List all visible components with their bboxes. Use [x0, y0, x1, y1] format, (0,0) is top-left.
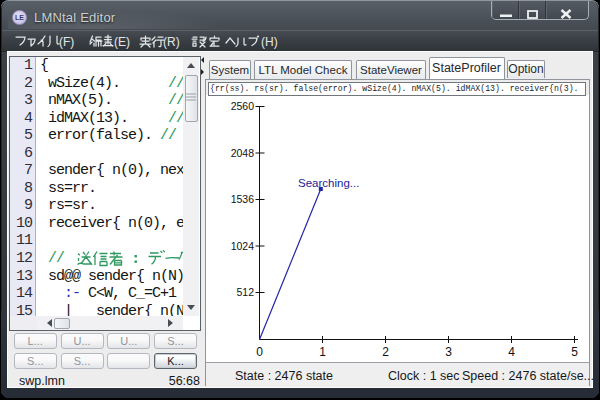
svg-text:(H): (H) [261, 35, 278, 49]
svg-text:0: 0 [256, 344, 263, 358]
svg-text:4: 4 [508, 344, 515, 358]
svg-text:2560: 2560 [230, 100, 254, 112]
svg-text:1536: 1536 [230, 193, 254, 205]
svg-text:Searching...: Searching... [298, 177, 359, 189]
svg-text:(F): (F) [59, 35, 74, 49]
svg-text:5: 5 [571, 344, 578, 358]
svg-text:1: 1 [319, 344, 326, 358]
svg-text:1024: 1024 [230, 239, 254, 251]
svg-text:2048: 2048 [230, 146, 254, 158]
svg-text:3: 3 [445, 344, 452, 358]
svg-text:(R): (R) [163, 35, 180, 49]
svg-text:(E): (E) [114, 35, 130, 49]
svg-text:512: 512 [236, 286, 254, 298]
svg-text:2: 2 [382, 344, 389, 358]
